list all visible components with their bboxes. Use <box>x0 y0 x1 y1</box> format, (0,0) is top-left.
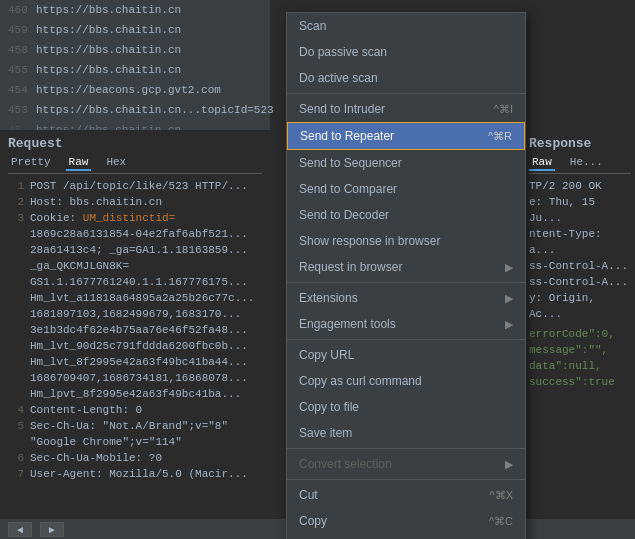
menu-label: Copy URL <box>299 346 354 364</box>
response-line: ss-Control-A... <box>529 258 631 274</box>
tab-hex[interactable]: Hex <box>103 155 129 171</box>
menu-separator <box>287 479 525 480</box>
line-text: Host: bbs.chaitin.cn <box>30 194 162 210</box>
menu-item-copy-file[interactable]: Copy to file <box>287 394 525 420</box>
url-list: 460 https://bbs.chaitin.cn 459 https://b… <box>0 0 270 130</box>
line-text: 28a61413c4; _ga=GA1.1.18163859... <box>30 242 248 258</box>
list-item[interactable]: 459 https://bbs.chaitin.cn <box>0 20 270 40</box>
line-text: "Google Chrome";v="114" <box>30 434 182 450</box>
menu-label: Engagement tools <box>299 315 396 333</box>
list-item[interactable]: 45... https://bbs.chaitin.cn <box>0 120 270 130</box>
shortcut-label: ^⌘I <box>494 100 513 118</box>
menu-separator <box>287 448 525 449</box>
menu-separator <box>287 282 525 283</box>
response-title: Response <box>529 136 631 151</box>
response-line: success":true <box>529 374 631 390</box>
menu-item-engagement[interactable]: Engagement tools ▶ <box>287 311 525 337</box>
url-number: 460 <box>8 2 36 18</box>
menu-item-passive-scan[interactable]: Do passive scan <box>287 39 525 65</box>
line-number <box>8 386 24 402</box>
nav-forward-button[interactable]: ► <box>40 522 64 537</box>
url-value: https://bbs.chaitin.cn <box>36 62 181 78</box>
line-number: 6 <box>8 450 24 466</box>
shortcut-label: ^⌘C <box>489 512 513 530</box>
line-number: 5 <box>8 418 24 434</box>
menu-item-paste[interactable]: Paste ^⌘V <box>287 534 525 539</box>
tab-raw-response[interactable]: Raw <box>529 155 555 171</box>
menu-item-save-item[interactable]: Save item <box>287 420 525 446</box>
tab-pretty[interactable]: Pretty <box>8 155 54 171</box>
line-number <box>8 370 24 386</box>
url-number: 458 <box>8 42 36 58</box>
context-menu: Scan Do passive scan Do active scan Send… <box>286 12 526 539</box>
menu-item-scan[interactable]: Scan <box>287 13 525 39</box>
menu-item-send-sequencer[interactable]: Send to Sequencer <box>287 150 525 176</box>
menu-label: Show response in browser <box>299 232 440 250</box>
nav-back-button[interactable]: ◄ <box>8 522 32 537</box>
shortcut-label: ^⌘X <box>490 486 514 504</box>
list-item[interactable]: 454 https://beacons.gcp.gvt2.com <box>0 80 270 100</box>
menu-label: Do passive scan <box>299 43 387 61</box>
list-item[interactable]: 453 https://bbs.chaitin.cn ...topicId=52… <box>0 100 270 120</box>
menu-item-request-browser[interactable]: Request in browser ▶ <box>287 254 525 280</box>
line-number <box>8 242 24 258</box>
request-panel: Request Pretty Raw Hex 1POST /api/topic/… <box>0 130 270 488</box>
response-tab-row: Raw He... <box>529 155 631 174</box>
menu-item-copy[interactable]: Copy ^⌘C <box>287 508 525 534</box>
menu-item-extensions[interactable]: Extensions ▶ <box>287 285 525 311</box>
url-number: 453 <box>8 102 36 118</box>
line-number: 7 <box>8 466 24 482</box>
line-number <box>8 434 24 450</box>
response-line: TP/2 200 OK <box>529 178 631 194</box>
menu-label: Request in browser <box>299 258 402 276</box>
menu-label: Scan <box>299 17 326 35</box>
menu-label: Cut <box>299 486 318 504</box>
menu-item-send-comparer[interactable]: Send to Comparer <box>287 176 525 202</box>
menu-label: Send to Repeater <box>300 127 394 145</box>
line-text: Hm_lpvt_8f2995e42a63f49bc41ba... <box>30 386 241 402</box>
line-number: 3 <box>8 210 24 226</box>
menu-item-cut[interactable]: Cut ^⌘X <box>287 482 525 508</box>
line-text: _ga_QKCMJLGN8K= <box>30 258 129 274</box>
url-value: https://bbs.chaitin.cn <box>36 2 181 18</box>
url-value: https://bbs.chaitin.cn <box>36 102 181 118</box>
menu-label: Copy <box>299 512 327 530</box>
line-number <box>8 290 24 306</box>
menu-label: Convert selection <box>299 455 392 473</box>
tab-hex-response[interactable]: He... <box>567 155 606 171</box>
line-text: 1869c28a6131854-04e2faf6abf521... <box>30 226 248 242</box>
menu-item-convert-selection: Convert selection ▶ <box>287 451 525 477</box>
line-number <box>8 354 24 370</box>
line-text: Content-Length: 0 <box>30 402 142 418</box>
menu-label: Send to Intruder <box>299 100 385 118</box>
menu-label: Send to Comparer <box>299 180 397 198</box>
list-item[interactable]: 455 https://bbs.chaitin.cn <box>0 60 270 80</box>
tab-raw[interactable]: Raw <box>66 155 92 171</box>
menu-item-copy-curl[interactable]: Copy as curl command <box>287 368 525 394</box>
submenu-arrow-icon: ▶ <box>505 455 513 473</box>
list-item[interactable]: 458 https://bbs.chaitin.cn <box>0 40 270 60</box>
menu-label: Send to Sequencer <box>299 154 402 172</box>
response-line: message":"", <box>529 342 631 358</box>
url-value: https://bbs.chaitin.cn <box>36 22 181 38</box>
menu-label: Copy to file <box>299 398 359 416</box>
menu-separator <box>287 339 525 340</box>
menu-item-show-response[interactable]: Show response in browser <box>287 228 525 254</box>
response-line: errorCode":0, <box>529 326 631 342</box>
url-number: 454 <box>8 82 36 98</box>
line-text: POST /api/topic/like/523 HTTP/... <box>30 178 248 194</box>
url-value: https://bbs.chaitin.cn <box>36 42 181 58</box>
menu-item-send-intruder[interactable]: Send to Intruder ^⌘I <box>287 96 525 122</box>
url-value: https://beacons.gcp.gvt2.com <box>36 82 221 98</box>
line-text: Hm_lvt_a11818a64895a2a25b26c77c... <box>30 290 254 306</box>
response-line: ss-Control-A... <box>529 274 631 290</box>
menu-item-active-scan[interactable]: Do active scan <box>287 65 525 91</box>
line-text: User-Agent: Mozilla/5.0 (Macir... <box>30 466 248 482</box>
response-body: TP/2 200 OK e: Thu, 15 Ju... ntent-Type:… <box>529 178 631 390</box>
list-item[interactable]: 460 https://bbs.chaitin.cn <box>0 0 270 20</box>
line-number <box>8 258 24 274</box>
line-text: Sec-Ch-Ua-Mobile: ?0 <box>30 450 162 466</box>
menu-item-send-decoder[interactable]: Send to Decoder <box>287 202 525 228</box>
menu-item-send-repeater[interactable]: Send to Repeater ^⌘R <box>287 122 525 150</box>
menu-item-copy-url[interactable]: Copy URL <box>287 342 525 368</box>
